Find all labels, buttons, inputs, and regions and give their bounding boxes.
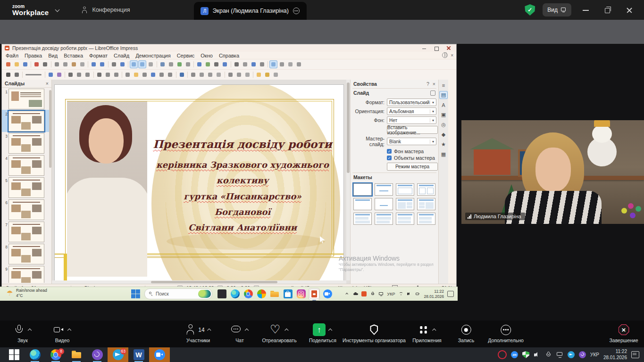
textbox-icon[interactable]: [233, 61, 240, 68]
find-replace-icon[interactable]: [110, 61, 117, 68]
shapes-tab-icon[interactable]: ◆: [440, 131, 447, 138]
language-indicator[interactable]: УКР: [387, 292, 395, 296]
sidebar-menu-icon[interactable]: ≡: [440, 82, 447, 89]
shadow-icon[interactable]: [227, 71, 234, 78]
notification-center-icon[interactable]: [447, 291, 454, 297]
opera-tray-icon[interactable]: [498, 350, 507, 359]
properties-tab-icon[interactable]: ▤: [440, 91, 447, 99]
host-tools-button[interactable]: Инструменты организатора: [343, 323, 406, 343]
insert-image-icon[interactable]: [204, 61, 211, 68]
menu-item[interactable]: Сервис: [177, 53, 195, 58]
clock[interactable]: 11:22 28.01.2026: [424, 289, 444, 298]
fill-color-icon[interactable]: [56, 71, 63, 78]
impress-app-icon[interactable]: [309, 288, 319, 300]
camera-icon[interactable]: [415, 291, 420, 296]
menu-item[interactable]: Формат: [89, 53, 108, 58]
ellipse-icon[interactable]: [84, 71, 91, 78]
participant-video[interactable]: Людмила Глазиріна: [461, 120, 644, 224]
update-icon[interactable]: [361, 291, 367, 296]
close-panel-icon[interactable]: ×: [46, 81, 49, 86]
share-button[interactable]: Поделиться: [309, 323, 336, 343]
menu-item[interactable]: Файл: [6, 53, 18, 58]
dropdown[interactable]: Нет ▾: [387, 116, 436, 124]
volume-tray-icon[interactable]: [534, 351, 541, 358]
menu-item[interactable]: Справка: [219, 53, 239, 58]
audio-button[interactable]: Звук: [13, 323, 32, 343]
slide-thumbnail-7[interactable]: 7: [2, 221, 51, 243]
menu-item[interactable]: Вид: [48, 53, 58, 58]
menu-item[interactable]: Вставка: [64, 53, 83, 58]
layout-one-top-two-bottom[interactable]: [375, 213, 393, 225]
search-box[interactable]: Поиск: [144, 288, 212, 299]
copy-icon[interactable]: [62, 61, 69, 68]
chevron-up-icon[interactable]: [67, 328, 72, 332]
chevron-up-icon[interactable]: [284, 328, 289, 332]
close-button[interactable]: [622, 3, 636, 17]
filter-icon[interactable]: [244, 71, 251, 78]
layout-title-content[interactable]: [396, 183, 414, 196]
menu-item[interactable]: Слайд: [114, 53, 129, 58]
3d-objects-icon[interactable]: [178, 71, 185, 78]
hyperlink-icon[interactable]: [259, 61, 266, 68]
cut-icon[interactable]: [53, 61, 60, 68]
line-color-icon[interactable]: [47, 71, 54, 78]
layout-blank[interactable]: [353, 183, 372, 196]
slide-thumbnail-4[interactable]: 4: [2, 154, 51, 176]
tab-meeting[interactable]: Конференция: [73, 0, 137, 20]
impress-title-bar[interactable]: Презентація досвіду роботи.pptx — LibreO…: [2, 44, 456, 52]
layout-title-only[interactable]: [353, 198, 372, 210]
checkbox-checked-icon[interactable]: [387, 149, 392, 154]
explorer-taskbar-icon[interactable]: [66, 347, 87, 362]
restore-button[interactable]: [601, 3, 615, 17]
line-icon[interactable]: [67, 71, 74, 78]
edit-points-icon[interactable]: [255, 71, 262, 78]
slide-thumbnail-6[interactable]: 6: [2, 198, 51, 221]
slide-editor-canvas[interactable]: Презентація досвіду роботи керівника Зра…: [52, 80, 350, 284]
undo-icon[interactable]: [90, 61, 97, 68]
slide-thumbnail-5[interactable]: 5: [2, 176, 51, 198]
stars-icon[interactable]: [167, 71, 174, 78]
weather-widget[interactable]: Rain/snow ahead 4°C: [7, 288, 47, 298]
layout-two-content[interactable]: [417, 183, 435, 196]
tab-options-icon[interactable]: [293, 7, 300, 15]
help-icon[interactable]: ?: [427, 81, 429, 87]
react-button[interactable]: Отреагировать: [262, 323, 296, 343]
word-taskbar-icon[interactable]: [128, 347, 149, 362]
chrome-app-icon[interactable]: [243, 288, 253, 300]
edge-taskbar-icon[interactable]: [25, 347, 45, 362]
cast-icon[interactable]: [378, 291, 384, 296]
impress-close-button[interactable]: [446, 45, 452, 51]
store-app-icon[interactable]: [283, 288, 293, 300]
align-objects-icon[interactable]: [278, 61, 285, 68]
start-button[interactable]: [4, 347, 25, 362]
chevron-up-icon[interactable]: [328, 328, 333, 332]
copilot-app-icon[interactable]: [256, 288, 267, 300]
participants-button[interactable]: 14 Участники: [184, 323, 211, 343]
spelling-icon[interactable]: [119, 61, 126, 68]
rotate-tool-icon[interactable]: [190, 71, 197, 78]
onedrive-icon[interactable]: [353, 291, 358, 296]
layout-centered-text[interactable]: [375, 198, 393, 210]
helplines-icon[interactable]: [147, 61, 154, 68]
layout-six-content[interactable]: [417, 213, 435, 225]
distribute-icon[interactable]: [215, 71, 222, 78]
crop-icon[interactable]: [235, 71, 243, 78]
start-button-shared[interactable]: [131, 289, 140, 298]
chart-icon[interactable]: [221, 61, 228, 68]
gluepoints-icon[interactable]: [264, 71, 271, 78]
arrange-icon[interactable]: [287, 61, 294, 68]
animation-tab-icon[interactable]: ★: [440, 141, 447, 148]
edge-app-icon[interactable]: [230, 288, 240, 300]
slide-thumbnail-1[interactable]: 1: [2, 88, 51, 110]
grid-icon[interactable]: [130, 61, 137, 68]
menu-item[interactable]: Правка: [25, 53, 42, 58]
rotate-icon[interactable]: [270, 61, 277, 68]
defender-tray-icon[interactable]: [522, 351, 529, 358]
web-view-icon[interactable]: [442, 52, 448, 58]
volume-icon[interactable]: [407, 291, 412, 296]
view-normal-icon[interactable]: [159, 61, 166, 68]
open-icon[interactable]: [13, 61, 20, 68]
security-shield-icon[interactable]: [525, 4, 535, 16]
language-indicator[interactable]: УКР: [590, 352, 599, 357]
notification-center-icon[interactable]: [631, 351, 639, 358]
